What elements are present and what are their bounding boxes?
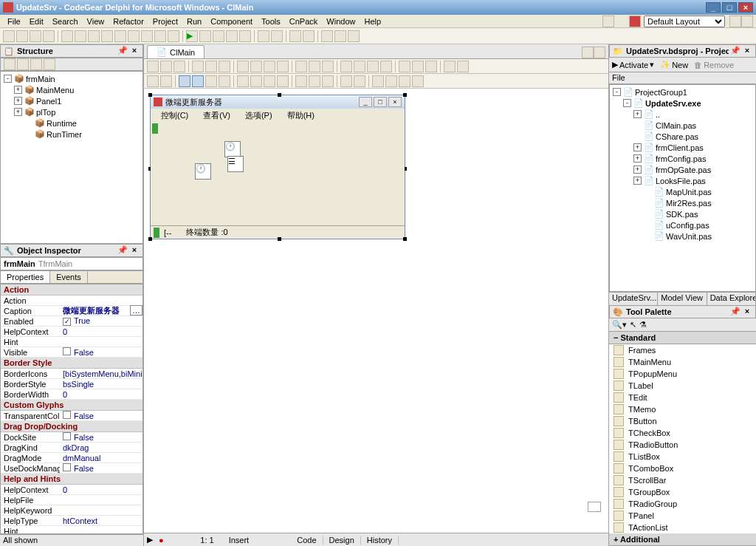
tb26[interactable] xyxy=(348,30,360,42)
al6[interactable] xyxy=(219,61,230,72)
menu-project[interactable]: Project xyxy=(148,16,182,27)
close-button[interactable]: × xyxy=(738,2,753,13)
ds5[interactable] xyxy=(205,75,217,87)
tree-item[interactable]: -📦frmMain xyxy=(2,73,141,84)
tb20[interactable] xyxy=(258,30,269,42)
palette-item[interactable]: TLabel xyxy=(609,380,756,392)
tree-item[interactable]: +📦Panel1 xyxy=(2,95,141,106)
prop-row[interactable]: Hint xyxy=(1,337,142,347)
doc-nav-icon[interactable] xyxy=(582,47,594,58)
saveall-button[interactable] xyxy=(43,30,55,42)
tb24[interactable] xyxy=(321,30,333,42)
ds9[interactable] xyxy=(264,75,275,87)
ds15[interactable] xyxy=(354,75,365,87)
tb10[interactable] xyxy=(128,30,140,42)
ds13[interactable] xyxy=(322,75,334,87)
project-tree[interactable]: -📄ProjectGroup1-📄UpdateSrv.exe+📄..📄ClMai… xyxy=(609,84,756,292)
palette-item[interactable]: Frames xyxy=(609,344,756,356)
mainmenu-component[interactable]: ☰ xyxy=(227,156,244,172)
ds2[interactable] xyxy=(160,75,172,87)
menu-view[interactable]: View xyxy=(83,16,109,27)
pin-icon[interactable]: 📌 xyxy=(730,46,740,56)
run-button[interactable]: ▶ xyxy=(186,30,198,42)
prop-category[interactable]: Help and Hints xyxy=(1,474,142,485)
tb22[interactable] xyxy=(289,30,301,42)
al21[interactable] xyxy=(444,61,456,72)
tab-code[interactable]: Code xyxy=(291,536,323,545)
palette-item[interactable]: TListBox xyxy=(609,451,756,463)
form-body[interactable]: 🕐 ☰ 🕐 xyxy=(151,122,405,225)
al11[interactable] xyxy=(295,61,307,72)
tree-item[interactable]: +📦plTop xyxy=(2,106,141,117)
fm-view[interactable]: 查看(V) xyxy=(196,110,238,121)
close-icon[interactable]: × xyxy=(129,46,140,56)
al7[interactable] xyxy=(237,61,249,72)
menu-help[interactable]: Help xyxy=(360,16,385,27)
palette-item[interactable]: TPanel xyxy=(609,510,756,522)
step-over-button[interactable] xyxy=(226,30,238,42)
menu-refactor[interactable]: Refactor xyxy=(109,16,148,27)
pin-icon[interactable]: 📌 xyxy=(117,245,128,256)
palette-item[interactable]: TMainMenu xyxy=(609,356,756,368)
palette-item[interactable]: TGroupBox xyxy=(609,486,756,498)
category-additional[interactable]: + Additional xyxy=(609,533,756,546)
menu-cnpack[interactable]: CnPack xyxy=(285,16,323,27)
pause-button[interactable] xyxy=(199,30,211,42)
close-icon[interactable]: × xyxy=(129,245,140,256)
ds16[interactable] xyxy=(372,75,384,87)
ds10[interactable] xyxy=(277,75,289,87)
new-button[interactable] xyxy=(3,30,15,42)
delete-layout-icon[interactable] xyxy=(741,16,753,27)
form-window[interactable]: 微端更新服务器 _ □ × 控制(C) 查看(V) 选项(P) 帮助(H) 🕐 … xyxy=(150,95,405,239)
prop-row[interactable]: HelpTypehtContext xyxy=(1,516,142,526)
prop-row[interactable]: HelpKeyword xyxy=(1,505,142,516)
st-btn2[interactable] xyxy=(17,58,29,70)
structure-tree[interactable]: -📦frmMain+📦MainMenu+📦Panel1+📦plTop📦Runti… xyxy=(0,71,143,244)
tb9[interactable] xyxy=(114,30,126,42)
prop-row[interactable]: Enabled✓True xyxy=(1,316,142,327)
pm-item[interactable]: +📄.. xyxy=(611,109,754,120)
pm-item[interactable]: 📄uConfig.pas xyxy=(611,219,754,231)
prop-row[interactable]: BorderWidth0 xyxy=(1,389,142,400)
open-button[interactable] xyxy=(16,30,28,42)
runtime-component[interactable]: 🕐 xyxy=(195,163,211,180)
timer-component[interactable]: 🕐 xyxy=(224,141,241,157)
pm-item[interactable]: +📄frmOpGate.pas xyxy=(611,164,754,175)
pin-icon[interactable]: 📌 xyxy=(117,46,128,56)
palette-list[interactable]: − Standard FramesTMainMenuTPopupMenuTLab… xyxy=(609,332,756,546)
al10[interactable] xyxy=(277,61,289,72)
step-into-button[interactable] xyxy=(239,30,251,42)
tb21[interactable] xyxy=(271,30,283,42)
al17[interactable] xyxy=(380,61,392,72)
st-btn1[interactable] xyxy=(4,58,16,70)
palette-item[interactable]: TComboBox xyxy=(609,463,756,474)
ds14[interactable] xyxy=(340,75,352,87)
prop-row[interactable]: VisibleFalse xyxy=(1,347,142,358)
ds3[interactable] xyxy=(179,75,190,87)
prop-row[interactable]: DragModedmManual xyxy=(1,453,142,463)
al15[interactable] xyxy=(354,61,365,72)
pm-item[interactable]: 📄Mir2Res.pas xyxy=(611,197,754,208)
ds6[interactable] xyxy=(219,75,230,87)
cursor-icon[interactable]: ↖ xyxy=(630,320,636,330)
palette-item[interactable]: TCheckBox xyxy=(609,427,756,439)
palette-item[interactable]: TActionList xyxy=(609,522,756,533)
zoom-indicator[interactable] xyxy=(588,502,601,512)
palette-item[interactable]: TEdit xyxy=(609,392,756,403)
al18[interactable] xyxy=(399,61,410,72)
menu-component[interactable]: Component xyxy=(206,16,257,27)
tree-item[interactable]: 📦RunTimer xyxy=(2,129,141,140)
maximize-button[interactable]: □ xyxy=(722,2,737,13)
pm-item[interactable]: 📄WavUnit.pas xyxy=(611,231,754,242)
tab-design[interactable]: Design xyxy=(323,536,361,545)
new-button[interactable]: ✨New xyxy=(660,60,688,69)
al12[interactable] xyxy=(309,61,320,72)
palette-item[interactable]: TPopupMenu xyxy=(609,368,756,380)
al1[interactable] xyxy=(147,61,159,72)
tb13[interactable] xyxy=(168,30,179,42)
ds12[interactable] xyxy=(309,75,320,87)
palette-item[interactable]: TMemo xyxy=(609,403,756,415)
al3[interactable] xyxy=(173,61,185,72)
ds4[interactable] xyxy=(192,75,204,87)
pm-item[interactable]: -📄ProjectGroup1 xyxy=(611,86,754,98)
